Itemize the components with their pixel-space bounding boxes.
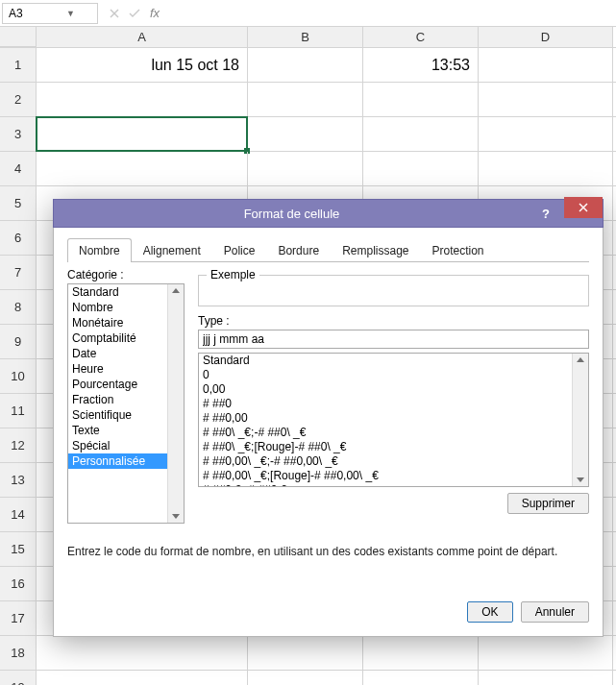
dialog-title: Format de cellule bbox=[54, 207, 530, 221]
row-header[interactable]: 15 bbox=[0, 532, 37, 566]
format-item[interactable]: # ##0 bbox=[199, 397, 588, 411]
cell-D19[interactable] bbox=[479, 671, 613, 685]
dialog-tabs: NombreAlignementPoliceBordureRemplissage… bbox=[67, 237, 589, 262]
cell-A2[interactable] bbox=[37, 83, 248, 116]
row-header[interactable]: 5 bbox=[0, 186, 37, 220]
category-item[interactable]: Spécial bbox=[68, 438, 184, 453]
cell-B4[interactable] bbox=[248, 152, 363, 185]
format-item[interactable]: # ##0\ _€;-# ##0\ _€ bbox=[199, 426, 588, 440]
row-header[interactable]: 4 bbox=[0, 152, 37, 185]
category-label: Catégorie : bbox=[67, 268, 185, 281]
format-item[interactable]: # ##0\ _€;[Rouge]-# ##0\ _€ bbox=[199, 440, 588, 454]
category-item[interactable]: Standard bbox=[68, 284, 184, 300]
close-button[interactable] bbox=[564, 197, 603, 218]
column-header[interactable]: C bbox=[363, 27, 479, 47]
format-item[interactable]: # ##0 €;-# ##0 € bbox=[199, 483, 588, 487]
row-header[interactable]: 11 bbox=[0, 394, 37, 428]
ok-button[interactable]: OK bbox=[467, 601, 512, 623]
category-item[interactable]: Date bbox=[68, 346, 184, 361]
formula-bar-strip: A3 ▼ fx bbox=[0, 0, 616, 27]
delete-button[interactable]: Supprimer bbox=[507, 493, 589, 514]
cell-D2[interactable] bbox=[479, 83, 613, 116]
scrollbar[interactable] bbox=[572, 354, 588, 486]
cell-A3[interactable] bbox=[37, 117, 248, 151]
name-box[interactable]: A3 ▼ bbox=[2, 3, 98, 24]
type-label: Type : bbox=[198, 314, 589, 328]
select-all-corner[interactable] bbox=[0, 27, 37, 47]
cell-D3[interactable] bbox=[479, 117, 613, 151]
tab-police[interactable]: Police bbox=[212, 238, 267, 262]
category-item[interactable]: Heure bbox=[68, 361, 184, 377]
tab-remplissage[interactable]: Remplissage bbox=[331, 238, 420, 262]
cancel-button[interactable]: Annuler bbox=[521, 601, 589, 623]
row-header[interactable]: 9 bbox=[0, 325, 37, 358]
row-header[interactable]: 17 bbox=[0, 601, 37, 635]
row-header[interactable]: 7 bbox=[0, 256, 37, 289]
row-header[interactable]: 18 bbox=[0, 636, 37, 670]
cell-A1[interactable]: lun 15 oct 18 bbox=[37, 48, 248, 82]
tab-alignement[interactable]: Alignement bbox=[132, 238, 212, 262]
row-header[interactable]: 19 bbox=[0, 671, 37, 685]
cell-B2[interactable] bbox=[248, 83, 363, 116]
help-button[interactable]: ? bbox=[530, 203, 562, 224]
category-item[interactable]: Personnalisée bbox=[68, 453, 184, 469]
column-header[interactable]: D bbox=[479, 27, 613, 47]
chevron-down-icon[interactable]: ▼ bbox=[50, 9, 91, 18]
row-header[interactable]: 6 bbox=[0, 221, 37, 255]
cell-C1[interactable]: 13:53 bbox=[363, 48, 479, 82]
fx-icon[interactable]: fx bbox=[150, 6, 160, 20]
format-item[interactable]: # ##0,00\ _€;[Rouge]-# ##0,00\ _€ bbox=[199, 469, 588, 483]
cell-B1[interactable] bbox=[248, 48, 363, 82]
format-item[interactable]: Standard bbox=[199, 354, 588, 368]
column-header[interactable]: A bbox=[37, 27, 248, 47]
row-header[interactable]: 2 bbox=[0, 83, 37, 116]
type-input[interactable] bbox=[198, 330, 589, 349]
row-header[interactable]: 13 bbox=[0, 463, 37, 497]
cancel-formula-icon[interactable] bbox=[110, 9, 119, 18]
column-header[interactable]: B bbox=[248, 27, 363, 47]
cell-D1[interactable] bbox=[479, 48, 613, 82]
format-item[interactable]: # ##0,00 bbox=[199, 411, 588, 426]
format-item[interactable]: # ##0,00\ _€;-# ##0,00\ _€ bbox=[199, 454, 588, 469]
confirm-formula-icon[interactable] bbox=[129, 9, 140, 18]
tab-nombre[interactable]: Nombre bbox=[67, 238, 132, 262]
cell-D4[interactable] bbox=[479, 152, 613, 185]
cell-A19[interactable] bbox=[37, 671, 248, 685]
cell-D18[interactable] bbox=[479, 636, 613, 670]
format-item[interactable]: 0,00 bbox=[199, 382, 588, 397]
row-header[interactable]: 8 bbox=[0, 290, 37, 324]
tab-bordure[interactable]: Bordure bbox=[266, 238, 331, 262]
scrollbar[interactable] bbox=[167, 284, 184, 523]
cell-C4[interactable] bbox=[363, 152, 479, 185]
row-header[interactable]: 3 bbox=[0, 117, 37, 151]
cell-C19[interactable] bbox=[363, 671, 479, 685]
row-header[interactable]: 10 bbox=[0, 359, 37, 393]
category-item[interactable]: Comptabilité bbox=[68, 330, 184, 346]
dialog-titlebar[interactable]: Format de cellule ? bbox=[53, 199, 604, 228]
row-header[interactable]: 16 bbox=[0, 567, 37, 600]
category-item[interactable]: Pourcentage bbox=[68, 377, 184, 392]
row-header[interactable]: 12 bbox=[0, 428, 37, 462]
cell-C2[interactable] bbox=[363, 83, 479, 116]
row-header[interactable]: 14 bbox=[0, 498, 37, 531]
cell-A18[interactable] bbox=[37, 636, 248, 670]
category-item[interactable]: Scientifique bbox=[68, 407, 184, 423]
cell-B19[interactable] bbox=[248, 671, 363, 685]
row-header[interactable]: 1 bbox=[0, 48, 37, 82]
category-item[interactable]: Fraction bbox=[68, 392, 184, 407]
format-listbox[interactable]: Standard00,00# ##0# ##0,00# ##0\ _€;-# #… bbox=[198, 353, 589, 487]
help-text: Entrez le code du format de nombre, en u… bbox=[67, 545, 589, 558]
category-item[interactable]: Nombre bbox=[68, 300, 184, 315]
cell-A4[interactable] bbox=[37, 152, 248, 185]
cell-C3[interactable] bbox=[363, 117, 479, 151]
cell-B3[interactable] bbox=[248, 117, 363, 151]
category-item[interactable]: Texte bbox=[68, 423, 184, 438]
category-listbox[interactable]: StandardNombreMonétaireComptabilitéDateH… bbox=[67, 283, 185, 524]
formula-bar-icons: fx bbox=[98, 6, 171, 20]
format-item[interactable]: 0 bbox=[199, 368, 588, 382]
cell-C18[interactable] bbox=[363, 636, 479, 670]
category-item[interactable]: Monétaire bbox=[68, 315, 184, 330]
tab-protection[interactable]: Protection bbox=[421, 238, 496, 262]
cell-B18[interactable] bbox=[248, 636, 363, 670]
example-label: Exemple bbox=[207, 268, 259, 281]
